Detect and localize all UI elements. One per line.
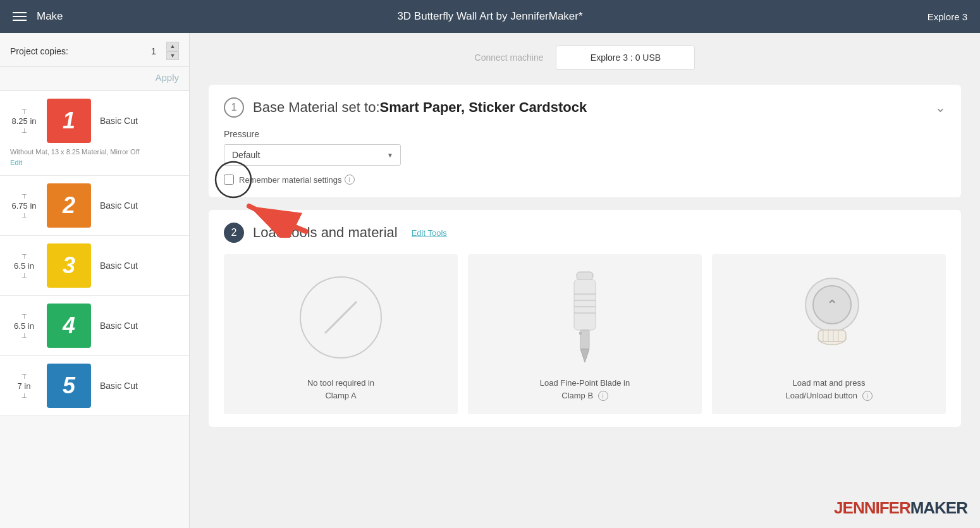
mat-edit-link-1[interactable]: Edit	[10, 159, 22, 166]
mat-size-arrow-up-5: ⊤	[21, 373, 27, 380]
step2-number-circle: 2	[224, 223, 244, 243]
blade-label: Load Fine-Point Blade inClamp B i	[540, 377, 630, 402]
no-tool-image	[284, 267, 398, 368]
remember-text: Remember material settings	[239, 175, 342, 185]
mat-size-arrow-down-3: ⊥	[21, 272, 27, 279]
step2-header: 2 Load tools and material Edit Tools	[224, 223, 946, 243]
mat-size-col-5: ⊤ 7 in ⊥	[10, 373, 38, 399]
step1-header: 1 Base Material set to:Smart Paper, Stic…	[224, 97, 946, 118]
mat-size-col-2: ⊤ 6.75 in ⊥	[10, 193, 38, 219]
mat-label-3: Basic Cut	[100, 261, 138, 271]
mat-thumbnail-4: 4	[47, 304, 91, 348]
step1-material: Smart Paper, Sticker Cardstock	[380, 99, 587, 115]
pressure-label: Pressure	[224, 129, 946, 139]
step1-number-circle: 1	[224, 97, 244, 118]
mat-item-5: ⊤ 7 in ⊥ 5 Basic Cut	[0, 356, 189, 416]
mat-items-list: ⊤ 8.25 in ⊥ 1 Basic Cut Without Mat, 13 …	[0, 91, 189, 416]
load-mat-svg: ⌃	[775, 270, 883, 365]
remember-row: Remember material settings i	[224, 175, 946, 185]
top-bar: Connect machine Explore 3 : 0 USB	[209, 46, 961, 70]
info-icon[interactable]: i	[345, 175, 355, 185]
blade-svg	[556, 269, 613, 367]
no-tool-slash-svg	[309, 286, 372, 349]
mat-label-1: Basic Cut	[100, 116, 138, 126]
svg-rect-16	[818, 330, 846, 341]
mat-item-1: ⊤ 8.25 in ⊥ 1 Basic Cut Without Mat, 13 …	[0, 91, 189, 176]
copies-value: 1	[145, 46, 162, 56]
mat-item-4: ⊤ 6.5 in ⊥ 4 Basic Cut	[0, 296, 189, 356]
tools-grid: No tool required inClamp A	[224, 254, 946, 414]
tool-card-blade: Load Fine-Point Blade inClamp B i	[468, 254, 702, 414]
mat-size-arrow-down-1: ⊥	[21, 127, 27, 134]
blade-image	[528, 267, 642, 368]
mat-size-arrow-up-1: ⊤	[21, 108, 27, 115]
svg-rect-9	[580, 330, 589, 349]
svg-marker-10	[580, 349, 589, 362]
mat-item-3: ⊤ 6.5 in ⊥ 3 Basic Cut	[0, 236, 189, 296]
header-machine: Explore 3	[928, 11, 967, 22]
machine-button[interactable]: Explore 3 : 0 USB	[556, 46, 695, 70]
step1-title: Base Material set to:Smart Paper, Sticke…	[253, 99, 587, 116]
mat-size-arrow-up-3: ⊤	[21, 253, 27, 260]
remember-annotation: Remember material settings i	[224, 175, 355, 185]
mat-size-val-2: 6.75 in	[11, 201, 36, 211]
jennifermaker-logo: JENNIFERMAKER	[834, 498, 967, 518]
mat-label-2: Basic Cut	[100, 200, 138, 211]
pressure-select[interactable]: Default More Less	[224, 144, 401, 166]
mat-size-arrow-down-2: ⊥	[21, 212, 27, 219]
no-tool-circle	[300, 276, 382, 359]
no-tool-label: No tool required inClamp A	[307, 377, 374, 402]
connect-machine-text: Connect machine	[475, 52, 544, 63]
copies-down-button[interactable]: ▼	[166, 51, 179, 60]
pressure-select-wrapper: Default More Less	[224, 144, 401, 166]
mat-label-5: Basic Cut	[100, 381, 138, 391]
copies-control: 1 ▲ ▼	[145, 42, 179, 60]
mat-thumbnail-5: 5	[47, 364, 91, 408]
header-title: 3D Butterfly Wall Art by JenniferMaker*	[397, 10, 582, 23]
blade-info-icon[interactable]: i	[598, 391, 608, 401]
menu-icon[interactable]	[13, 12, 27, 21]
apply-row: Apply	[0, 67, 189, 91]
pressure-select-row: Default More Less	[224, 144, 946, 166]
step1-chevron[interactable]: ⌄	[935, 100, 946, 115]
load-mat-info-icon[interactable]: i	[862, 391, 873, 401]
mat-size-col-3: ⊤ 6.5 in ⊥	[10, 253, 38, 279]
svg-text:⌃: ⌃	[826, 297, 838, 313]
step2-title: Load tools and material	[253, 224, 398, 241]
svg-rect-4	[574, 279, 596, 330]
mat-size-val-1: 8.25 in	[11, 116, 36, 126]
svg-rect-11	[579, 332, 582, 335]
step1-header-left: 1 Base Material set to:Smart Paper, Stic…	[224, 97, 587, 118]
mat-meta-1: Without Mat, 13 x 8.25 Material, Mirror …	[10, 147, 179, 168]
main-content: Connect machine Explore 3 : 0 USB 1 Base…	[190, 33, 980, 528]
make-label: Make	[37, 10, 63, 23]
mat-size-arrow-up-2: ⊤	[21, 193, 27, 200]
step1-section: 1 Base Material set to:Smart Paper, Stic…	[209, 85, 961, 197]
load-mat-image: ⌃	[772, 267, 886, 368]
remember-checkbox[interactable]	[224, 175, 234, 185]
mat-size-val-3: 6.5 in	[14, 261, 34, 271]
mat-thumbnail-1: 1	[47, 99, 91, 143]
sidebar: Project copies: 1 ▲ ▼ Apply ⊤ 8.25 in ⊥	[0, 33, 190, 528]
svg-line-2	[325, 302, 357, 333]
load-mat-label: Load mat and pressLoad/Unload button i	[785, 377, 872, 402]
mat-size-val-5: 7 in	[18, 381, 31, 391]
mat-thumbnail-2: 2	[47, 183, 91, 228]
mat-size-arrow-down-4: ⊥	[21, 332, 27, 339]
project-copies-row: Project copies: 1 ▲ ▼	[0, 33, 189, 67]
mat-label-4: Basic Cut	[100, 321, 138, 331]
mat-size-col-1: ⊤ 8.25 in ⊥	[10, 108, 38, 134]
mat-size-val-4: 6.5 in	[14, 321, 34, 331]
copies-stepper: ▲ ▼	[166, 42, 179, 60]
logo-maker: MAKER	[910, 498, 967, 517]
mat-item-2: ⊤ 6.75 in ⊥ 2 Basic Cut	[0, 176, 189, 236]
app-header: Make 3D Butterfly Wall Art by JenniferMa…	[0, 0, 980, 33]
copies-up-button[interactable]: ▲	[166, 42, 179, 51]
apply-button[interactable]: Apply	[155, 72, 179, 83]
project-copies-label: Project copies:	[10, 46, 68, 56]
mat-size-arrow-down-5: ⊥	[21, 392, 27, 399]
mat-size-col-4: ⊤ 6.5 in ⊥	[10, 313, 38, 339]
edit-tools-link[interactable]: Edit Tools	[412, 228, 447, 238]
main-layout: Project copies: 1 ▲ ▼ Apply ⊤ 8.25 in ⊥	[0, 33, 980, 528]
step2-section: 2 Load tools and material Edit Tools	[209, 210, 961, 427]
